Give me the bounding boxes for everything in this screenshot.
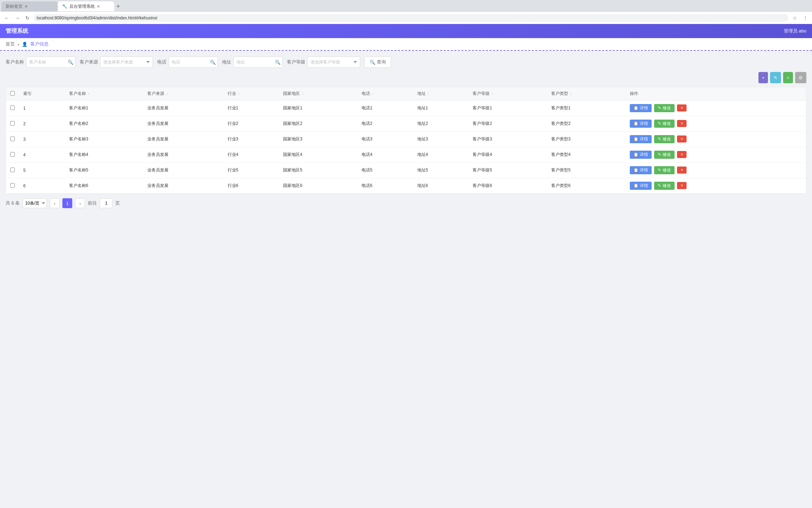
row-phone: 电话2 (357, 116, 413, 132)
row-industry: 行业3 (223, 132, 279, 147)
more-button[interactable]: ⋮ (801, 14, 809, 22)
row-source: 业务员发展 (143, 163, 223, 178)
reload-button[interactable]: ↻ (24, 14, 31, 22)
tab-1-close[interactable]: × (25, 4, 27, 9)
table-row: 4 客户名称4 业务员发展 行业4 国家地区4 电话4 地址4 客户等级4 客户… (6, 147, 806, 163)
header-name[interactable]: 客户名称 ↕ (65, 87, 143, 101)
row-industry: 行业5 (223, 163, 279, 178)
header-region[interactable]: 国家地区 ↕ (279, 87, 357, 101)
search-name-icon[interactable]: 🔍 (68, 60, 73, 65)
detail-button[interactable]: 📋 详情 (630, 120, 652, 128)
row-checkbox[interactable] (10, 152, 15, 157)
delete-button[interactable]: × (677, 135, 687, 143)
copy-button[interactable]: + (783, 72, 793, 83)
row-source: 业务员发展 (143, 147, 223, 163)
delete-button[interactable]: × (677, 151, 687, 158)
edit-button[interactable]: ✎ 修改 (654, 104, 674, 112)
delete-button[interactable]: × (677, 120, 687, 127)
row-industry: 行业1 (223, 101, 279, 116)
goto-page-input[interactable] (100, 198, 112, 208)
search-level-select[interactable]: 请选择客户等级 (307, 56, 360, 68)
row-checkbox[interactable] (10, 121, 15, 126)
app-title: 管理系统 (6, 28, 28, 35)
row-address: 地址3 (413, 132, 469, 147)
delete-button[interactable]: × (677, 167, 687, 174)
breadcrumb-icon: 👤 (22, 42, 27, 47)
row-actions: 📋 详情 ✎ 修改 × (626, 147, 806, 163)
header-industry[interactable]: 行业 ↕ (223, 87, 279, 101)
total-count: 共 6 条 (6, 200, 20, 206)
page-1-button[interactable]: 1 (62, 198, 72, 208)
search-source-label: 客户来源 (80, 59, 98, 65)
query-button[interactable]: 🔍 查询 (364, 56, 391, 68)
detail-button[interactable]: 📋 详情 (630, 151, 652, 159)
breadcrumb-home[interactable]: 首页 (6, 41, 15, 47)
table-header-row: 索引 客户名称 ↕ 客户来源 ↕ 行业 ↕ 国家地区 ↕ 电话 ↕ 地址 ↕ 客… (6, 87, 806, 101)
row-checkbox[interactable] (10, 137, 15, 141)
search-phone-label: 电话 (157, 59, 166, 65)
address-input[interactable] (34, 14, 788, 22)
detail-button[interactable]: 📋 详情 (630, 166, 652, 174)
row-region: 国家地区1 (279, 101, 357, 116)
app-header: 管理系统 管理员 abo (0, 24, 812, 38)
row-checkbox[interactable] (10, 168, 15, 172)
search-phone-wrap: 🔍 (168, 56, 218, 68)
row-checkbox[interactable] (10, 183, 15, 188)
select-all-checkbox[interactable] (10, 91, 15, 96)
header-source[interactable]: 客户来源 ↕ (143, 87, 223, 101)
header-type[interactable]: 客户类型 ↕ (547, 87, 626, 101)
table-row: 2 客户名称2 业务员发展 行业2 国家地区2 电话2 地址2 客户等级2 客户… (6, 116, 806, 132)
goto-label: 前往 (88, 200, 97, 206)
add-button[interactable]: + (758, 72, 768, 83)
search-source-select[interactable]: 请选择客户来源 (100, 56, 153, 68)
row-address: 地址6 (413, 178, 469, 194)
row-source: 业务员发展 (143, 116, 223, 132)
row-industry: 行业4 (223, 147, 279, 163)
search-source-item: 客户来源 请选择客户来源 (80, 56, 153, 68)
row-source: 业务员发展 (143, 101, 223, 116)
row-actions: 📋 详情 ✎ 修改 × (626, 116, 806, 132)
row-type: 客户类型2 (547, 116, 626, 132)
header-address[interactable]: 地址 ↕ (413, 87, 469, 101)
edit-button[interactable]: ✎ 修改 (654, 166, 674, 174)
row-name: 客户名称2 (65, 116, 143, 132)
detail-button[interactable]: 📋 详情 (630, 104, 652, 112)
row-checkbox[interactable] (10, 105, 15, 110)
edit-button[interactable]: ✎ 修改 (654, 135, 674, 143)
row-region: 国家地区6 (279, 178, 357, 194)
forward-button[interactable]: → (13, 14, 21, 22)
settings-button[interactable]: ⚙ (795, 72, 806, 83)
back-button[interactable]: ← (3, 14, 11, 22)
delete-button[interactable]: × (677, 104, 687, 111)
search-phone-item: 电话 🔍 (157, 56, 218, 68)
edit-button[interactable]: ✎ 修改 (654, 182, 674, 190)
tab-2-close[interactable]: × (97, 4, 100, 9)
edit-toolbar-button[interactable]: ✎ (770, 72, 781, 83)
edit-button[interactable]: ✎ 修改 (654, 151, 674, 159)
tab-2[interactable]: 🔧 后台管理系统 × (58, 1, 114, 11)
header-index: 索引 (19, 87, 65, 101)
breadcrumb-separator: › (18, 42, 19, 47)
search-address-icon[interactable]: 🔍 (275, 60, 281, 65)
breadcrumb-current[interactable]: 客户信息 (30, 41, 49, 47)
search-phone-icon[interactable]: 🔍 (210, 60, 216, 65)
detail-button[interactable]: 📋 详情 (630, 135, 652, 143)
detail-button[interactable]: 📋 详情 (630, 182, 652, 190)
query-btn-label: 查询 (377, 59, 386, 65)
edit-button[interactable]: ✎ 修改 (654, 120, 674, 128)
new-tab-button[interactable]: + (114, 3, 122, 10)
toolbar: + ✎ + ⚙ (6, 72, 806, 83)
header-level[interactable]: 客户等级 ↕ (468, 87, 547, 101)
bookmark-button[interactable]: ☆ (791, 14, 799, 22)
browser-chrome: 新标签页 × 🔧 后台管理系统 × + ← → ↻ ☆ ⋮ (0, 0, 812, 24)
per-page-select[interactable]: 10条/页 (23, 198, 47, 208)
main-content: 客户名称 🔍 客户来源 请选择客户来源 电话 🔍 地址 🔍 (0, 51, 812, 218)
header-phone[interactable]: 电话 ↕ (357, 87, 413, 101)
row-index: 4 (19, 147, 65, 163)
tab-1[interactable]: 新标签页 × (1, 1, 58, 11)
delete-button[interactable]: × (677, 182, 687, 189)
prev-page-button[interactable]: ‹ (50, 198, 60, 208)
row-address: 地址1 (413, 101, 469, 116)
next-page-button[interactable]: › (75, 198, 85, 208)
row-region: 国家地区4 (279, 147, 357, 163)
